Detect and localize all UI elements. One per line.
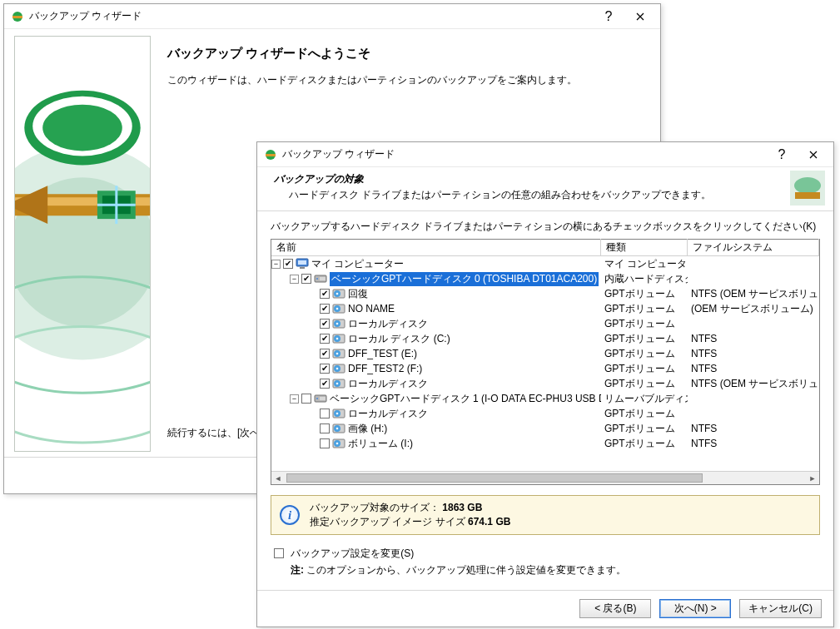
row-checkbox[interactable]: [320, 304, 330, 314]
row-checkbox[interactable]: [320, 334, 330, 344]
next-button[interactable]: 次へ(N) >: [659, 599, 731, 618]
tree-row[interactable]: NO NAMEGPTボリューム (OEM サービスボリューム): [271, 301, 819, 316]
help-button[interactable]: ?: [767, 143, 797, 166]
volume-icon: [332, 422, 345, 435]
row-type: GPTボリューム: [601, 287, 688, 301]
tree-row[interactable]: 画像 (H:)GPTボリュームNTFS: [271, 421, 819, 436]
info-size-value: 1863 GB: [442, 502, 482, 513]
expander-blank: [308, 424, 317, 433]
row-type: GPTボリューム: [601, 377, 688, 391]
volume-icon: [332, 377, 345, 390]
svg-rect-50: [320, 397, 326, 400]
row-label: ローカルディスク: [348, 317, 428, 331]
row-label: 画像 (H:): [348, 422, 387, 436]
collapse-icon[interactable]: −: [290, 394, 299, 404]
row-checkbox[interactable]: [320, 289, 330, 299]
tree-row[interactable]: ローカル ディスク (C:)GPTボリュームNTFS: [271, 331, 819, 346]
row-checkbox[interactable]: [320, 409, 330, 419]
svg-rect-26: [320, 277, 326, 280]
info-text: バックアップ対象のサイズ： 1863 GB 推定バックアップ イメージ サイズ …: [310, 501, 510, 529]
row-label: ローカルディスク: [348, 407, 428, 421]
tree-row[interactable]: ローカルディスクGPTボリューム: [271, 316, 819, 331]
row-label: 回復: [348, 287, 368, 301]
svg-rect-1: [12, 16, 22, 18]
tree-row[interactable]: −マイ コンピューターマイ コンピューター: [271, 256, 819, 271]
row-label: DFF_TEST (E:): [348, 348, 417, 359]
tree-row[interactable]: DFF_TEST (E:)GPTボリュームNTFS: [271, 346, 819, 361]
note-text: このオプションから、バックアップ処理に伴う設定値を変更できます。: [306, 564, 626, 576]
svg-point-7: [42, 105, 122, 151]
hdd-icon: [314, 392, 327, 405]
row-checkbox[interactable]: [320, 379, 330, 389]
svg-rect-20: [795, 192, 820, 199]
collapse-icon[interactable]: −: [271, 260, 281, 269]
scroll-left-arrow[interactable]: ◄: [271, 472, 285, 484]
expander-blank: [308, 290, 317, 299]
volume-icon: [332, 302, 345, 315]
tree-header: 名前 種類 ファイルシステム: [271, 240, 819, 256]
tree-row[interactable]: −ベーシックGPTハードディスク 0 (TOSHIBA DT01ACA200)内…: [271, 271, 819, 286]
back-button[interactable]: < 戻る(B): [579, 599, 651, 618]
tree-row[interactable]: ボリューム (I:)GPTボリュームNTFS: [271, 436, 819, 451]
window-title: バックアップ ウィザード: [29, 9, 594, 23]
tree-row[interactable]: ローカルディスクGPTボリューム: [271, 406, 819, 421]
section-icon: [790, 171, 825, 206]
row-checkbox[interactable]: [283, 259, 293, 269]
svg-point-29: [336, 293, 339, 295]
svg-point-38: [336, 338, 339, 340]
expander-blank: [308, 334, 317, 344]
tree-row[interactable]: 回復GPTボリュームNTFS (OEM サービスボリューム: [271, 286, 819, 301]
cancel-button[interactable]: キャンセル(C): [739, 599, 822, 618]
close-button[interactable]: [624, 5, 657, 28]
row-checkbox[interactable]: [320, 364, 330, 374]
row-type: GPTボリューム: [601, 407, 688, 421]
row-label: NO NAME: [348, 303, 395, 314]
scroll-right-arrow[interactable]: ►: [806, 472, 819, 484]
horizontal-scrollbar[interactable]: ◄ ►: [271, 471, 819, 484]
collapse-icon[interactable]: −: [290, 275, 299, 284]
note-prefix: 注:: [291, 564, 304, 576]
section-subtitle: ハードディスク ドライブまたはパーティションの任意の組み合わせをバックアップでき…: [289, 188, 822, 202]
row-checkbox[interactable]: [320, 438, 330, 448]
row-type: GPTボリューム: [601, 317, 688, 331]
close-button[interactable]: [797, 143, 830, 166]
expander-blank: [308, 439, 317, 448]
column-type[interactable]: 種類: [601, 239, 688, 256]
app-icon: [11, 10, 24, 23]
tree-row[interactable]: DFF_TEST2 (F:)GPTボリュームNTFS: [271, 361, 819, 376]
row-checkbox[interactable]: [320, 319, 330, 329]
disk-tree: 名前 種類 ファイルシステム −マイ コンピューターマイ コンピューター−ベーシ…: [271, 239, 820, 485]
volume-icon: [332, 287, 345, 300]
row-filesystem: (OEM サービスボリューム): [688, 302, 819, 316]
row-checkbox[interactable]: [301, 274, 311, 284]
tree-rows: −マイ コンピューターマイ コンピューター−ベーシックGPTハードディスク 0 …: [271, 256, 819, 471]
expander-blank: [308, 349, 317, 359]
info-est-value: 674.1 GB: [468, 516, 510, 527]
row-checkbox[interactable]: [320, 423, 330, 433]
row-type: GPTボリューム: [601, 347, 688, 361]
wizard-window-target: バックアップ ウィザード ? バックアップの対象 ハードディスク ドライブまたは…: [256, 141, 834, 627]
tree-row[interactable]: −ベーシックGPTハードディスク 1 (I-O DATA EC-PHU3 USB…: [271, 391, 819, 406]
scroll-thumb[interactable]: [286, 473, 703, 483]
column-filesystem[interactable]: ファイルシステム: [688, 239, 819, 256]
row-checkbox[interactable]: [301, 394, 311, 404]
svg-rect-22: [298, 260, 306, 265]
row-label: DFF_TEST2 (F:): [348, 363, 422, 374]
tree-row[interactable]: ローカルディスクGPTボリュームNTFS (OEM サービスボリューム: [271, 376, 819, 391]
change-settings-checkbox[interactable]: [274, 548, 284, 558]
change-settings-checkbox-row[interactable]: バックアップ設定を変更(S): [274, 547, 820, 561]
column-name[interactable]: 名前: [271, 239, 601, 256]
expander-blank: [308, 379, 317, 389]
svg-point-25: [316, 278, 318, 280]
row-type: GPTボリューム: [601, 362, 688, 376]
row-type: GPTボリューム: [601, 422, 688, 436]
row-checkbox[interactable]: [320, 349, 330, 359]
help-button[interactable]: ?: [594, 5, 624, 28]
row-label: ボリューム (I:): [348, 437, 413, 451]
row-type: GPTボリューム: [601, 437, 688, 451]
row-type: GPTボリューム: [601, 302, 688, 316]
expander-blank: [308, 319, 317, 329]
row-label: ローカル ディスク (C:): [348, 332, 450, 346]
wizard-footer: < 戻る(B) 次へ(N) > キャンセル(C): [257, 590, 833, 627]
volume-icon: [332, 362, 345, 375]
